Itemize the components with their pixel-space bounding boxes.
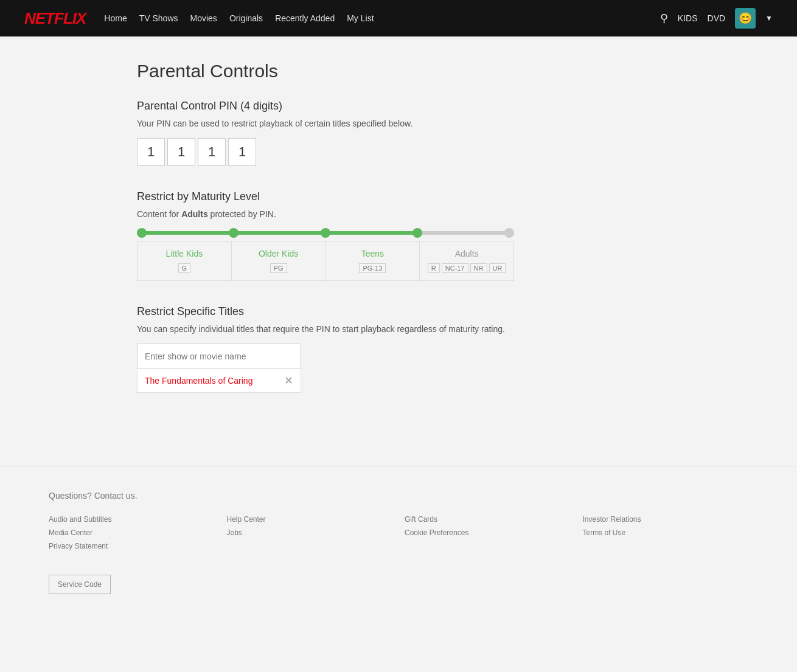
main-content: Parental Controls Parental Control PIN (… <box>125 36 672 466</box>
avatar[interactable]: 😊 <box>735 8 756 29</box>
remove-title-button[interactable]: ✕ <box>284 375 293 386</box>
maturity-col-teens: Teens PG-13 <box>326 241 420 280</box>
rating-r: R <box>428 263 440 273</box>
maturity-section-desc: Content for Adults protected by PIN. <box>137 209 660 219</box>
maturity-col-adults: Adults R NC-17 NR UR <box>420 241 513 280</box>
footer-contact-text: Questions? Contact us. <box>49 491 137 501</box>
slider-dot-4[interactable] <box>412 228 422 238</box>
footer-link-help-center[interactable]: Help Center <box>227 515 393 524</box>
nav-links: Home TV Shows Movies Originals Recently … <box>104 13 374 24</box>
added-title-row: The Fundamentals of Caring ✕ <box>137 369 301 393</box>
nav-recently-added[interactable]: Recently Added <box>275 13 335 23</box>
maturity-col-little-kids: Little Kids G <box>137 241 232 280</box>
footer-link-terms-of-use[interactable]: Terms of Use <box>583 528 749 537</box>
rating-g: G <box>178 263 191 273</box>
little-kids-ratings: G <box>144 263 225 273</box>
dvd-link[interactable]: DVD <box>708 13 726 23</box>
title-search-input[interactable] <box>137 344 301 369</box>
footer-link-audio-subtitles[interactable]: Audio and Subtitles <box>49 515 215 524</box>
nav-home[interactable]: Home <box>104 13 127 23</box>
older-kids-ratings: PG <box>238 263 319 273</box>
maturity-slider-container <box>137 231 660 235</box>
added-title-text: The Fundamentals of Caring <box>145 376 252 386</box>
main-nav: Home TV Shows Movies Originals Recently … <box>104 13 374 24</box>
rating-nr: NR <box>470 263 487 273</box>
footer: Questions? Contact us. Audio and Subtitl… <box>0 466 797 612</box>
footer-link-privacy-statement[interactable]: Privacy Statement <box>49 542 215 550</box>
maturity-desc-post: protected by PIN. <box>208 209 276 219</box>
netflix-logo: NETFLIX <box>24 9 86 28</box>
pin-section-title: Parental Control PIN (4 digits) <box>137 100 660 113</box>
service-code-button[interactable]: Service Code <box>49 575 111 594</box>
pin-digit-2[interactable] <box>167 138 195 166</box>
footer-link-media-center[interactable]: Media Center <box>49 528 215 537</box>
teens-ratings: PG-13 <box>332 263 414 273</box>
rating-pg: PG <box>270 263 287 273</box>
slider-dots <box>137 228 514 238</box>
pin-digit-4[interactable] <box>228 138 256 166</box>
footer-contact: Questions? Contact us. <box>49 491 748 501</box>
pin-digit-3[interactable] <box>198 138 226 166</box>
rating-ur: UR <box>489 263 506 273</box>
pin-section-desc: Your PIN can be used to restrict playbac… <box>137 119 660 128</box>
slider-dot-3[interactable] <box>321 228 330 238</box>
restrict-titles-desc: You can specify individual titles that r… <box>137 324 660 334</box>
maturity-little-kids-label: Little Kids <box>144 249 225 258</box>
pin-section: Parental Control PIN (4 digits) Your PIN… <box>137 100 660 166</box>
nav-movies[interactable]: Movies <box>190 13 217 23</box>
maturity-teens-label: Teens <box>332 249 414 258</box>
footer-links: Audio and Subtitles Help Center Gift Car… <box>49 515 748 550</box>
maturity-older-kids-label: Older Kids <box>238 249 319 258</box>
maturity-labels: Little Kids G Older Kids PG Teens PG-13 … <box>137 241 514 281</box>
page-title: Parental Controls <box>137 61 660 81</box>
footer-link-jobs[interactable]: Jobs <box>227 528 393 537</box>
search-icon[interactable]: ⚲ <box>660 12 668 25</box>
rating-pg13: PG-13 <box>359 263 386 273</box>
nav-originals[interactable]: Originals <box>229 13 263 23</box>
slider-dot-1[interactable] <box>137 228 147 238</box>
maturity-desc-pre: Content for <box>137 209 181 219</box>
maturity-adults-label: Adults <box>426 249 507 258</box>
header: NETFLIX Home TV Shows Movies Originals R… <box>0 0 797 36</box>
pin-digit-1[interactable] <box>137 138 165 166</box>
profile-dropdown-arrow[interactable]: ▼ <box>765 14 773 23</box>
maturity-desc-bold: Adults <box>181 209 208 219</box>
nav-tv-shows[interactable]: TV Shows <box>139 13 178 23</box>
restrict-titles-section: Restrict Specific Titles You can specify… <box>137 305 660 393</box>
maturity-section-title: Restrict by Maturity Level <box>137 190 660 203</box>
header-right: ⚲ KIDS DVD 😊 ▼ <box>660 8 773 29</box>
slider-dot-5[interactable] <box>504 228 514 238</box>
maturity-col-older-kids: Older Kids PG <box>232 241 326 280</box>
footer-link-cookie-preferences[interactable]: Cookie Preferences <box>405 528 571 537</box>
restrict-titles-title: Restrict Specific Titles <box>137 305 660 318</box>
maturity-section: Restrict by Maturity Level Content for A… <box>137 190 660 281</box>
pin-inputs <box>137 138 660 166</box>
slider-dot-2[interactable] <box>229 228 238 238</box>
footer-link-investor-relations[interactable]: Investor Relations <box>583 515 749 524</box>
footer-link-gift-cards[interactable]: Gift Cards <box>405 515 571 524</box>
rating-nc17: NC-17 <box>442 263 468 273</box>
kids-link[interactable]: KIDS <box>678 13 698 23</box>
nav-my-list[interactable]: My List <box>347 13 374 23</box>
adults-ratings: R NC-17 NR UR <box>426 263 507 273</box>
